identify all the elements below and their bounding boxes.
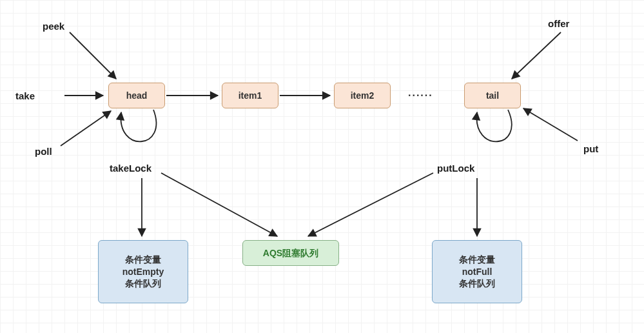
- diagram-canvas: peek take poll offer put takeLock putLoc…: [0, 0, 644, 333]
- label-take: take: [15, 90, 35, 101]
- arrows-layer: [0, 0, 644, 333]
- arrow-offer-tail: [512, 32, 561, 79]
- arrow-peek-head: [70, 32, 116, 79]
- arrow-takeLock-aqs: [161, 173, 277, 236]
- arrow-takeLock-head: [121, 110, 156, 141]
- node-notFull: 条件变量 notFull 条件队列: [432, 240, 522, 303]
- node-aqs: AQS阻塞队列: [242, 240, 339, 266]
- node-item2: item2: [334, 83, 391, 108]
- node-tail: tail: [464, 83, 521, 108]
- label-put: put: [583, 143, 598, 154]
- node-head: head: [108, 83, 165, 108]
- ellipsis-dots: ······: [408, 90, 433, 101]
- arrow-poll-head: [61, 111, 111, 146]
- node-item1: item1: [222, 83, 278, 108]
- arrow-putLock-tail: [476, 110, 511, 141]
- label-putLock: putLock: [437, 163, 474, 174]
- label-poll: poll: [35, 146, 52, 157]
- arrow-putLock-aqs: [308, 173, 433, 236]
- arrow-put-tail: [523, 108, 578, 141]
- label-offer: offer: [548, 18, 569, 29]
- label-peek: peek: [43, 21, 64, 32]
- label-takeLock: takeLock: [110, 163, 151, 174]
- node-notEmpty: 条件变量 notEmpty 条件队列: [98, 240, 188, 303]
